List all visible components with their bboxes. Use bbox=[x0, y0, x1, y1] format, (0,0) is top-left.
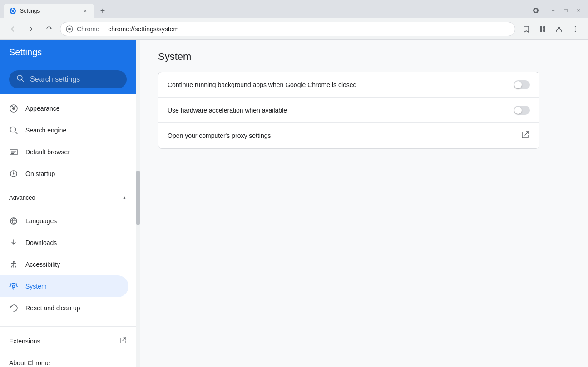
sidebar-nav: Appearance Search engine bbox=[0, 94, 136, 323]
more-button[interactable] bbox=[568, 22, 583, 36]
svg-point-3 bbox=[534, 9, 537, 12]
url-display: Chrome | chrome://settings/system bbox=[77, 25, 509, 33]
proxy-external-link-icon[interactable] bbox=[521, 130, 530, 141]
appearance-icon bbox=[9, 104, 18, 113]
sidebar-header: Settings bbox=[0, 40, 136, 65]
title-bar: Settings × + − □ × bbox=[0, 0, 588, 18]
toggle-thumb-2 bbox=[514, 107, 522, 114]
sidebar-item-languages[interactable]: Languages bbox=[0, 210, 128, 232]
advanced-section-title[interactable]: Advanced ▲ bbox=[9, 188, 127, 206]
system-icon bbox=[9, 282, 18, 291]
hardware-acceleration-toggle[interactable] bbox=[514, 106, 530, 115]
toggle-thumb-1 bbox=[514, 81, 522, 88]
proxy-settings-action bbox=[521, 130, 530, 141]
search-box[interactable] bbox=[9, 70, 127, 88]
svg-point-5 bbox=[68, 28, 71, 30]
sidebar-item-on-startup[interactable]: On startup bbox=[0, 163, 128, 185]
sidebar-title: Settings bbox=[9, 47, 42, 58]
sidebar-item-default-browser[interactable]: Default browser bbox=[0, 141, 128, 163]
svg-point-27 bbox=[13, 261, 15, 263]
svg-point-28 bbox=[13, 285, 15, 288]
sidebar-item-system[interactable]: System bbox=[0, 275, 128, 297]
sidebar-footer: Extensions About Chrome bbox=[0, 326, 136, 367]
background-apps-toggle[interactable] bbox=[514, 80, 530, 89]
search-input[interactable] bbox=[30, 75, 121, 83]
back-button[interactable] bbox=[5, 22, 20, 36]
active-tab[interactable]: Settings × bbox=[4, 4, 94, 18]
languages-icon bbox=[9, 216, 18, 225]
reset-label: Reset and clean up bbox=[25, 304, 80, 312]
default-browser-label: Default browser bbox=[25, 148, 70, 156]
svg-point-16 bbox=[12, 107, 15, 110]
scrollbar-thumb[interactable] bbox=[136, 171, 140, 225]
tab-close-button[interactable]: × bbox=[82, 7, 89, 15]
proxy-settings-label: Open your computer's proxy settings bbox=[168, 132, 521, 139]
bookmark-button[interactable] bbox=[519, 22, 534, 36]
svg-rect-21 bbox=[11, 151, 16, 152]
accessibility-label: Accessibility bbox=[25, 261, 60, 268]
page-title: System bbox=[158, 51, 570, 63]
svg-point-25 bbox=[13, 173, 15, 175]
extensions-label: Extensions bbox=[9, 338, 112, 345]
downloads-icon bbox=[9, 238, 18, 247]
sidebar-item-appearance[interactable]: Appearance bbox=[0, 98, 128, 119]
advanced-label: Advanced bbox=[9, 194, 35, 201]
svg-point-13 bbox=[575, 30, 576, 31]
search-engine-label: Search engine bbox=[25, 127, 66, 134]
sidebar-item-accessibility[interactable]: Accessibility bbox=[0, 254, 128, 275]
svg-point-17 bbox=[12, 106, 13, 107]
search-container bbox=[0, 65, 136, 94]
svg-rect-6 bbox=[540, 26, 542, 29]
close-button[interactable]: × bbox=[573, 5, 584, 16]
search-engine-icon bbox=[9, 126, 18, 135]
svg-rect-8 bbox=[540, 29, 542, 32]
sidebar-item-downloads[interactable]: Downloads bbox=[0, 232, 128, 254]
new-tab-button[interactable]: + bbox=[96, 5, 109, 17]
window-controls: − □ × bbox=[544, 5, 588, 16]
sidebar-item-reset[interactable]: Reset and clean up bbox=[0, 297, 128, 319]
profile-button[interactable] bbox=[552, 22, 566, 36]
svg-rect-23 bbox=[11, 153, 14, 154]
advanced-section: Advanced ▲ bbox=[0, 185, 136, 210]
toolbar-actions bbox=[519, 22, 583, 36]
svg-rect-9 bbox=[543, 29, 545, 32]
svg-rect-7 bbox=[543, 26, 545, 29]
svg-point-12 bbox=[575, 28, 576, 29]
languages-label: Languages bbox=[25, 217, 57, 225]
chrome-menu-button[interactable] bbox=[530, 5, 542, 16]
sidebar-item-about-chrome[interactable]: About Chrome bbox=[0, 352, 136, 367]
reset-icon bbox=[9, 303, 18, 313]
accessibility-icon bbox=[9, 260, 18, 269]
maximize-button[interactable]: □ bbox=[560, 5, 572, 16]
advanced-chevron-icon: ▲ bbox=[122, 195, 127, 200]
extensions-external-icon bbox=[119, 337, 127, 346]
minimize-button[interactable]: − bbox=[547, 5, 559, 16]
svg-rect-1 bbox=[12, 8, 13, 9]
settings-card: Continue running background apps when Go… bbox=[158, 72, 539, 149]
url-full-path: chrome://settings/system bbox=[108, 25, 178, 33]
forward-button[interactable] bbox=[24, 22, 38, 36]
sidebar-item-extensions[interactable]: Extensions bbox=[0, 330, 136, 352]
svg-point-11 bbox=[575, 26, 576, 27]
hardware-acceleration-toggle-container bbox=[514, 106, 530, 115]
on-startup-label: On startup bbox=[25, 170, 55, 177]
default-browser-icon bbox=[9, 147, 18, 157]
tab-title: Settings bbox=[20, 8, 78, 14]
setting-row-proxy: Open your computer's proxy settings bbox=[158, 123, 539, 148]
downloads-label: Downloads bbox=[25, 239, 57, 246]
omnibox[interactable]: Chrome | chrome://settings/system bbox=[60, 22, 515, 36]
url-chrome-part: Chrome bbox=[77, 25, 99, 33]
page-content: System Continue running background apps … bbox=[140, 40, 588, 367]
sidebar-item-search-engine[interactable]: Search engine bbox=[0, 119, 128, 141]
background-apps-label: Continue running background apps when Go… bbox=[168, 81, 514, 88]
reload-button[interactable] bbox=[42, 22, 56, 36]
tab-favicon bbox=[9, 7, 16, 15]
svg-point-18 bbox=[15, 106, 16, 107]
system-label: System bbox=[25, 283, 47, 290]
address-bar: Chrome | chrome://settings/system bbox=[0, 18, 588, 40]
sidebar: Settings bbox=[0, 40, 136, 367]
on-startup-icon bbox=[9, 169, 18, 178]
extensions-button[interactable] bbox=[535, 22, 550, 36]
sidebar-scrollbar[interactable] bbox=[136, 40, 140, 367]
setting-row-background-apps: Continue running background apps when Go… bbox=[158, 72, 539, 98]
